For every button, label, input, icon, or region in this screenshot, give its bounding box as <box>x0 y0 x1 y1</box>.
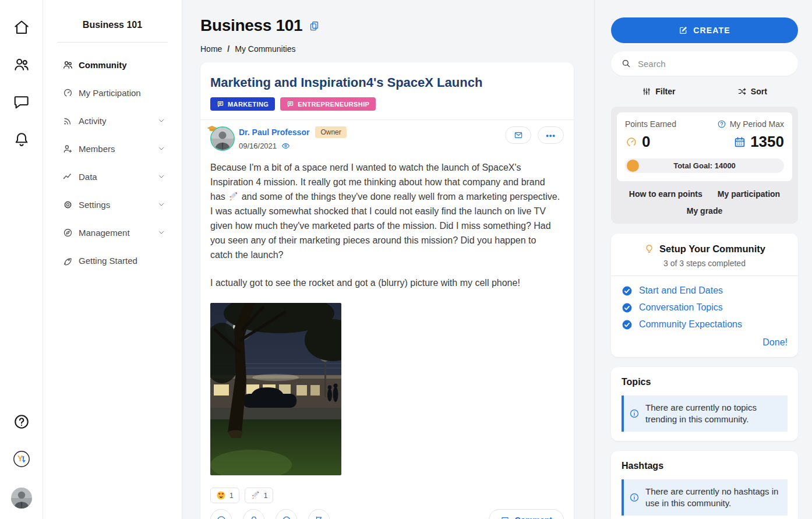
sidebar-item-community[interactable]: Community <box>43 51 182 79</box>
rocket-icon <box>62 255 73 266</box>
topics-card: Topics There are currently no topics tre… <box>611 367 798 441</box>
rss-icon <box>62 115 73 126</box>
calendar-icon <box>733 136 746 149</box>
gauge-icon <box>281 515 292 519</box>
topics-title: Topics <box>622 377 788 387</box>
people-icon[interactable] <box>13 56 30 73</box>
sidebar-community-title: Business 101 <box>43 20 182 30</box>
period-max-value: 1350 <box>750 133 784 151</box>
visibility-eye-icon[interactable] <box>281 142 290 150</box>
check-circle-icon <box>622 319 633 330</box>
done-link[interactable]: Done! <box>622 337 788 348</box>
bell-icon[interactable] <box>13 130 30 148</box>
heart-eyes-emoji <box>216 490 226 500</box>
setup-step-community-expectations[interactable]: Community Expectations <box>622 319 788 330</box>
user-avatar[interactable] <box>11 488 32 509</box>
home-icon[interactable] <box>13 19 30 36</box>
topic-chat-icon <box>287 100 294 108</box>
sidebar-item-management[interactable]: Management <box>43 218 182 246</box>
sidebar-item-members[interactable]: Members <box>43 135 182 163</box>
info-icon <box>629 408 640 419</box>
community-sidebar: Business 101 Community My Participation … <box>43 0 182 519</box>
hashtags-empty-text: There are currently no hashtags in use i… <box>645 486 781 509</box>
sidebar-item-my-participation[interactable]: My Participation <box>43 79 182 107</box>
post-title[interactable]: Marketing and Inspiration4's SpaceX Laun… <box>210 75 564 90</box>
gauge-icon <box>625 136 638 149</box>
reaction-count: 1 <box>230 492 234 500</box>
sort-button[interactable]: Sort <box>737 87 767 96</box>
post-tag[interactable]: ENTREPRENEURSHIP <box>280 97 376 111</box>
graduation-cap-icon <box>207 124 217 135</box>
post-text: and some of the things they've done real… <box>210 192 560 260</box>
post-photo-night-launch[interactable] <box>210 303 341 475</box>
my-participation-link[interactable]: My participation <box>718 189 780 199</box>
create-button[interactable]: CREATE <box>611 17 798 43</box>
points-progress-bar: Total Goal: 14000 <box>625 158 784 173</box>
filter-button[interactable]: Filter <box>642 87 675 96</box>
post-text: I actually got to see the rocket and got… <box>210 276 561 290</box>
breadcrumb-home[interactable]: Home <box>200 44 222 54</box>
sidebar-item-settings[interactable]: Settings <box>43 190 182 218</box>
chart-line-icon <box>62 171 73 182</box>
copy-icon[interactable] <box>309 20 320 31</box>
rocket-emoji <box>250 490 260 500</box>
breadcrumb: Home / My Communities <box>200 44 594 54</box>
my-grade-link[interactable]: My grade <box>687 206 722 216</box>
gear-icon <box>62 199 73 210</box>
right-sidebar: CREATE Filter Sort Points Earned 0 <box>594 0 812 519</box>
post-footer: Comment <box>210 509 564 519</box>
comment-button[interactable]: Comment <box>489 509 564 519</box>
reaction-heart-eyes[interactable]: 1 <box>210 488 239 503</box>
sidebar-item-getting-started[interactable]: Getting Started <box>43 246 182 274</box>
setup-step-conversation-topics[interactable]: Conversation Topics <box>622 302 788 313</box>
breadcrumb-my-communities[interactable]: My Communities <box>235 44 295 54</box>
setup-title: Setup Your Community <box>659 243 765 255</box>
award-ribbon-icon <box>249 515 259 519</box>
reaction-rocket[interactable]: 1 <box>245 488 274 503</box>
chat-bubble-icon[interactable] <box>13 93 30 111</box>
sidebar-item-label: Getting Started <box>79 256 165 266</box>
sort-label: Sort <box>751 87 767 96</box>
people-icon <box>62 59 73 70</box>
help-icon[interactable] <box>13 413 30 430</box>
award-button[interactable] <box>243 509 264 519</box>
question-circle-icon[interactable] <box>717 119 726 129</box>
sidebar-item-label: Community <box>79 60 165 70</box>
setup-step-label: Conversation Topics <box>639 302 723 313</box>
more-options-button[interactable]: ••• <box>538 126 564 144</box>
flag-button[interactable] <box>308 509 330 519</box>
points-earned-label: Points Earned <box>625 119 676 129</box>
chevron-down-icon <box>157 228 165 236</box>
total-goal-label: Total Goal: 14000 <box>673 161 736 170</box>
how-to-earn-points-link[interactable]: How to earn points <box>629 189 702 199</box>
period-max-label-row: My Period Max <box>717 119 784 129</box>
author-name[interactable]: Dr. Paul Professor <box>239 128 309 137</box>
points-button[interactable] <box>276 509 297 519</box>
person-add-icon <box>62 143 73 154</box>
search-box <box>611 51 798 76</box>
setup-step-start-end-dates[interactable]: Start and End Dates <box>622 285 788 296</box>
sidebar-item-data[interactable]: Data <box>43 163 182 190</box>
sidebar-item-label: My Participation <box>79 88 165 98</box>
hashtags-empty-box: There are currently no hashtags in use i… <box>622 479 788 516</box>
lightbulb-icon <box>644 243 655 255</box>
setup-step-label: Start and End Dates <box>639 285 723 296</box>
points-panel: Points Earned 0 My Period Max 1350 <box>611 107 798 224</box>
chevron-down-icon <box>157 116 165 125</box>
search-input[interactable] <box>638 59 788 69</box>
sidebar-item-activity[interactable]: Activity <box>43 107 182 135</box>
comment-bubble-icon <box>500 516 510 519</box>
add-reaction-button[interactable] <box>210 509 232 519</box>
post-tag[interactable]: MARKETING <box>210 97 275 111</box>
search-icon <box>621 58 631 69</box>
period-max-label: My Period Max <box>730 119 784 129</box>
sidebar-item-label: Activity <box>79 116 157 126</box>
filter-sort-row: Filter Sort <box>611 87 798 96</box>
post-tags: MARKETING ENTREPRENEURSHIP <box>210 97 564 111</box>
sidebar-item-label: Settings <box>79 200 157 210</box>
breadcrumb-separator: / <box>227 44 230 54</box>
sidebar-item-label: Data <box>79 172 157 182</box>
message-button[interactable] <box>505 126 531 144</box>
yellowdig-logo[interactable]: Y <box>13 450 30 468</box>
sidebar-item-label: Management <box>79 228 157 238</box>
